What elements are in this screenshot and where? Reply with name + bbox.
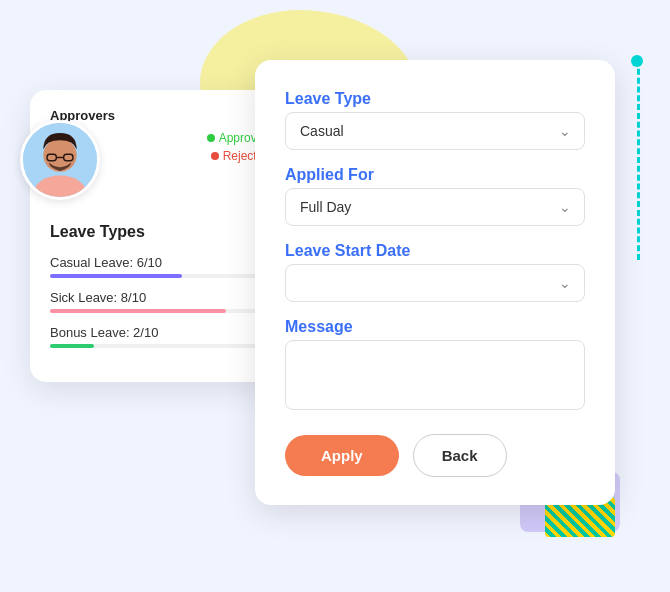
applied-for-title: Applied For [285, 166, 585, 184]
leave-sick-label: Sick Leave: 8/10 [50, 290, 270, 305]
back-button[interactable]: Back [413, 434, 507, 477]
message-textarea[interactable] [285, 340, 585, 410]
avatar [20, 120, 100, 200]
leave-bonus-bar-bg [50, 344, 270, 348]
leave-item-casual: Casual Leave: 6/10 [50, 255, 270, 278]
approvers-title: Approvers [50, 108, 270, 123]
right-card: Leave Type Casual Sick Bonus ⌄ Applied F… [255, 60, 615, 505]
leave-type-title: Leave Type [285, 90, 585, 108]
buttons-row: Apply Back [285, 434, 585, 477]
start-date-title: Leave Start Date [285, 242, 585, 260]
leave-item-bonus: Bonus Leave: 2/10 [50, 325, 270, 348]
message-title: Message [285, 318, 585, 336]
leave-type-select-wrapper: Casual Sick Bonus ⌄ [285, 112, 585, 150]
rejected-dot [211, 152, 219, 160]
apply-button[interactable]: Apply [285, 435, 399, 476]
leave-types-section: Leave Types Casual Leave: 6/10 Sick Leav… [50, 223, 270, 348]
start-date-select[interactable] [285, 264, 585, 302]
leave-bonus-label: Bonus Leave: 2/10 [50, 325, 270, 340]
start-date-select-wrapper: ⌄ [285, 264, 585, 302]
applied-for-select[interactable]: Full Day Half Day [285, 188, 585, 226]
leave-casual-bar-fill [50, 274, 182, 278]
approved-dot [207, 134, 215, 142]
leave-item-sick: Sick Leave: 8/10 [50, 290, 270, 313]
leave-sick-bar-fill [50, 309, 226, 313]
leave-casual-bar-bg [50, 274, 270, 278]
leave-type-select[interactable]: Casual Sick Bonus [285, 112, 585, 150]
bg-teal-line [637, 60, 640, 260]
leave-sick-bar-bg [50, 309, 270, 313]
leave-types-title: Leave Types [50, 223, 270, 241]
leave-bonus-bar-fill [50, 344, 94, 348]
leave-casual-label: Casual Leave: 6/10 [50, 255, 270, 270]
applied-for-select-wrapper: Full Day Half Day ⌄ [285, 188, 585, 226]
